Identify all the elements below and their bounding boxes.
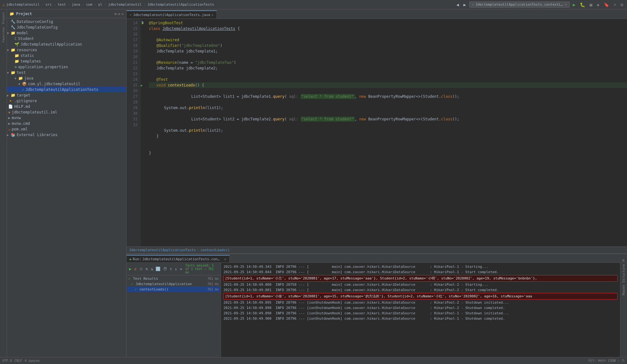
panel-expand-icon[interactable]: ⇄ <box>118 12 120 16</box>
tree-collapse-button[interactable]: ⇱ <box>145 266 149 272</box>
log-line-2: 2021-09-25 14:50:49.844 INFO 20796 --- [… <box>223 269 618 275</box>
more-actions-button[interactable]: » <box>179 266 183 272</box>
test-item-results[interactable]: ✓ Test Results 761 ms <box>127 276 220 281</box>
profile-button[interactable]: ◈ <box>596 2 601 8</box>
tree-item-help[interactable]: 📄 HELP.md <box>7 104 126 109</box>
favorites-sidebar-tab[interactable]: Favorites <box>2 26 5 44</box>
tree-item-test[interactable]: ▼ 📁 test <box>7 70 126 75</box>
tab-close-icon[interactable]: ✕ <box>212 13 213 17</box>
bottom-panel-right: ⚙ <box>622 258 627 262</box>
code-line-16 <box>149 31 627 37</box>
status-bar: UTF-8 CRLF 4 spaces Git: main CSDN — 乃 <box>0 357 627 364</box>
tree-item-apptests[interactable]: ✓ JdbctemplateutilApplicationTests <box>7 87 126 92</box>
panel-close-icon[interactable]: ✕ <box>121 12 124 16</box>
search-everywhere-button[interactable]: ⌕ <box>612 2 617 8</box>
maven-icon[interactable]: Maven <box>622 285 626 295</box>
stop-button[interactable]: ⏹ <box>138 266 144 272</box>
right-sidebar: Structure Maven <box>620 263 627 357</box>
tree-item-jdbctemplateconfig[interactable]: 🔧 JdbcTemplateConfig <box>7 25 126 30</box>
status-encoding: UTF-8 <box>3 359 12 362</box>
expand-arrow-icon: ▼ <box>7 71 10 74</box>
bookmark-button[interactable]: 🔖 <box>602 2 610 8</box>
scroll-up-button[interactable]: ↑ <box>169 266 173 272</box>
debug-button[interactable]: 🐛 <box>579 2 586 8</box>
tree-item-java[interactable]: ▼ 📁 java <box>7 75 126 81</box>
status-right: Git: main CSDN — 乃 <box>589 359 624 363</box>
tree-label: pom.xml <box>12 127 28 131</box>
testclass-icon: ✓ <box>22 87 24 92</box>
tree-expand-button[interactable]: ⇲ <box>150 266 154 272</box>
panel-gear-icon[interactable]: ⚙ <box>114 12 116 16</box>
run-output[interactable]: 2021-09-25 14:50:49.343 INFO 20796 --- [… <box>221 263 620 357</box>
code-line-26: List<Student> list1 = jdbcTemplate1.quer… <box>149 88 627 105</box>
tree-item-templates[interactable]: 📁 templates <box>7 58 126 64</box>
tree-item-target[interactable]: ▶ 📁 target <box>7 92 126 98</box>
toolbar-right: ◀ ▶ ✓ JdbctemplateutilApplicationTests.c… <box>455 2 624 8</box>
sort-duration-button[interactable]: ⏱ <box>162 266 168 272</box>
run-tab-close-icon[interactable]: ✕ <box>224 257 226 261</box>
arrow-right-icon[interactable]: ▶ <box>462 2 467 8</box>
project-folder-icon: 📁 <box>9 12 14 16</box>
tree-item-student[interactable]: C Student <box>7 36 126 41</box>
tree-label: java <box>24 76 33 80</box>
arrow-left-icon[interactable]: ◀ <box>455 2 460 8</box>
test-item-contextloads[interactable]: ✓ contextLoads() 761 ms <box>127 287 220 292</box>
tab-file-icon: ✓ <box>130 13 132 17</box>
coverage-button[interactable]: ▣ <box>588 2 593 8</box>
structure-icon[interactable]: Structure <box>622 264 626 283</box>
test-results-tree: ✓ Test Results 761 ms ✓ Jdbctemplateutil… <box>127 275 221 357</box>
scroll-down-button[interactable]: ↓ <box>174 266 178 272</box>
gutter-23 <box>141 71 146 77</box>
gutter-30 <box>141 111 146 116</box>
gutter-25[interactable]: ▶ <box>141 82 146 88</box>
gutter-26 <box>141 88 146 94</box>
folder-icon: 📁 <box>11 93 15 97</box>
rerun-button[interactable]: ▶ <box>128 266 132 272</box>
tree-item-pom[interactable]: ☕ pom.xml <box>7 126 126 132</box>
gutter-15 <box>141 26 146 31</box>
breadcrumb-class[interactable]: JdbctemplateutilApplicationTests <box>129 248 196 252</box>
tree-item-mvnwcmd[interactable]: ▶ mvnw.cmd <box>7 121 126 126</box>
run-config-selector[interactable]: ✓ JdbctemplateutilApplicationTests.conte… <box>469 2 570 8</box>
tab-run[interactable]: ▶ Run: JdbctemplateutilApplicationTests.… <box>127 255 230 262</box>
tree-item-application[interactable]: 🌱 JdbctemplateutilApplication <box>7 41 126 47</box>
test-item-class[interactable]: ✓ JdbctemplateutilApplication 761 ms <box>127 281 220 287</box>
tree-label: com.yl.jdbctemplateutil <box>28 82 80 86</box>
code-content[interactable]: @SpringBootTest class JdbctemplateutilAp… <box>146 19 627 246</box>
tree-item-datasourceconfig[interactable]: 🔧 DataSourceConfig <box>7 19 126 25</box>
tree-item-static[interactable]: 📁 static <box>7 53 126 58</box>
tree-item-iml[interactable]: ◈ jdbctemplateutil.iml <box>7 109 126 115</box>
status-git: Git: main <box>589 359 606 363</box>
tree-item-mvnw[interactable]: ▶ mvnw <box>7 115 126 121</box>
sort-alpha-button[interactable]: 🔡 <box>155 266 161 272</box>
folder-icon: 📁 <box>14 59 19 63</box>
settings-gear-icon[interactable]: ⚙ <box>622 258 624 262</box>
tree-item-properties[interactable]: ⚙ application.properties <box>7 64 126 70</box>
tab-active[interactable]: ✓ JdbctemplateutilApplicationTests.java … <box>127 10 217 19</box>
project-sidebar-tab[interactable]: Project <box>2 11 5 25</box>
breadcrumb-method[interactable]: contextLoads() <box>201 248 230 252</box>
project-panel: 📁 Project ⚙ ⇄ ✕ 🔧 DataSourceConfig 🔧 Jdb… <box>7 9 127 357</box>
gutter-19 <box>141 48 146 54</box>
expand-arrow-icon: ▼ <box>14 77 18 80</box>
chevron-down-icon: ▾ <box>565 3 567 7</box>
tree-item-model[interactable]: ▼ 📁 model <box>7 30 126 36</box>
tree-item-external[interactable]: ▶ 📚 External Libraries <box>7 132 126 138</box>
tree-item-resources[interactable]: ▼ 📁 resources <box>7 47 126 53</box>
run-button[interactable]: ▶ <box>572 2 577 8</box>
check-icon: ✓ <box>135 287 137 291</box>
tree-item-package[interactable]: ▼ 📦 com.yl.jdbctemplateutil <box>7 81 126 87</box>
editor-breadcrumb: JdbctemplateutilApplicationTests › conte… <box>127 246 627 253</box>
tree-label: mvnw.cmd <box>12 121 30 126</box>
gutter-22 <box>141 65 146 71</box>
class-icon: 🌱 <box>14 42 19 47</box>
rerun-failed-button[interactable]: ↺ <box>133 266 137 272</box>
tree-label: application.properties <box>18 65 68 69</box>
run-config-icon: ✓ <box>472 3 474 7</box>
tree-label: templates <box>20 59 41 63</box>
tree-item-gitignore[interactable]: 🔸 .gitignore <box>7 98 126 104</box>
tree-label: target <box>17 93 30 97</box>
code-line-27: System.out.println(list1); <box>149 105 627 111</box>
settings-button[interactable]: ⚙ <box>619 2 624 8</box>
tree-label: .gitignore <box>14 99 37 103</box>
